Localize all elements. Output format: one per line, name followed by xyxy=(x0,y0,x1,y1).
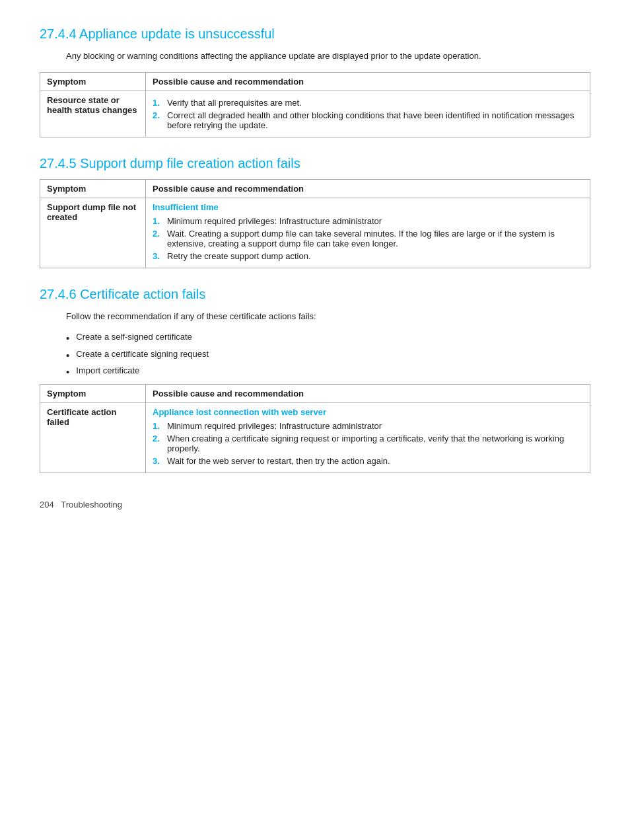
col-header-symptom-1: Symptom xyxy=(40,72,146,91)
symptom-cell: Resource state or health status changes xyxy=(40,91,146,137)
page-footer: 204 Troubleshooting xyxy=(40,500,590,510)
cause-cell: Appliance lost connection with web serve… xyxy=(146,402,590,473)
table-27-4-6: Symptom Possible cause and recommendatio… xyxy=(40,384,590,473)
col-header-symptom-2: Symptom xyxy=(40,179,146,198)
list-item: 1. Minimum required privileges: Infrastr… xyxy=(153,216,583,226)
list-item: Create a self-signed certificate xyxy=(66,332,590,345)
footer-label: Troubleshooting xyxy=(61,500,122,510)
col-header-cause-3: Possible cause and recommendation xyxy=(146,384,590,402)
section-heading-27-4-6: 27.4.6 Certificate action fails xyxy=(40,287,590,302)
list-item: 3. Retry the create support dump action. xyxy=(153,251,583,261)
section-heading-27-4-5: 27.4.5 Support dump file creation action… xyxy=(40,156,590,171)
section-intro-27-4-6: Follow the recommendation if any of thes… xyxy=(66,310,590,323)
section-heading-27-4-4: 27.4.4 Appliance update is unsuccessful xyxy=(40,26,590,42)
cause-cyan-text: Appliance lost connection with web serve… xyxy=(153,407,326,417)
list-item: 2. When creating a certificate signing r… xyxy=(153,434,583,453)
cause-cyan-text: Insufficient time xyxy=(153,202,219,212)
section-27-4-5: 27.4.5 Support dump file creation action… xyxy=(40,156,590,268)
col-header-cause-2: Possible cause and recommendation xyxy=(146,179,590,198)
symptom-cell: Certificate action failed xyxy=(40,402,146,473)
list-item: 2. Correct all degraded health and other… xyxy=(153,110,583,130)
bullet-list: Create a self-signed certificate Create … xyxy=(66,332,590,379)
table-row: Resource state or health status changes … xyxy=(40,91,590,137)
section-27-4-6: 27.4.6 Certificate action fails Follow t… xyxy=(40,287,590,473)
table-27-4-4: Symptom Possible cause and recommendatio… xyxy=(40,72,590,137)
list-item: 1. Verify that all prerequisites are met… xyxy=(153,98,583,108)
col-header-symptom-3: Symptom xyxy=(40,384,146,402)
list-item: Create a certificate signing request xyxy=(66,349,590,362)
list-item: 3. Wait for the web server to restart, t… xyxy=(153,456,583,466)
col-header-cause-1: Possible cause and recommendation xyxy=(146,72,590,91)
list-item: 1. Minimum required privileges: Infrastr… xyxy=(153,421,583,431)
cause-cell: Insufficient time 1. Minimum required pr… xyxy=(146,198,590,268)
table-27-4-5: Symptom Possible cause and recommendatio… xyxy=(40,179,590,268)
table-row: Support dump file not created Insufficie… xyxy=(40,198,590,268)
table-row: Certificate action failed Appliance lost… xyxy=(40,402,590,473)
section-27-4-4: 27.4.4 Appliance update is unsuccessful … xyxy=(40,26,590,137)
page-number: 204 xyxy=(40,500,54,510)
symptom-cell: Support dump file not created xyxy=(40,198,146,268)
cause-cell: 1. Verify that all prerequisites are met… xyxy=(146,91,590,137)
section-intro-27-4-4: Any blocking or warning conditions affec… xyxy=(66,50,590,63)
list-item: 2. Wait. Creating a support dump file ca… xyxy=(153,229,583,248)
list-item: Import certificate xyxy=(66,365,590,379)
